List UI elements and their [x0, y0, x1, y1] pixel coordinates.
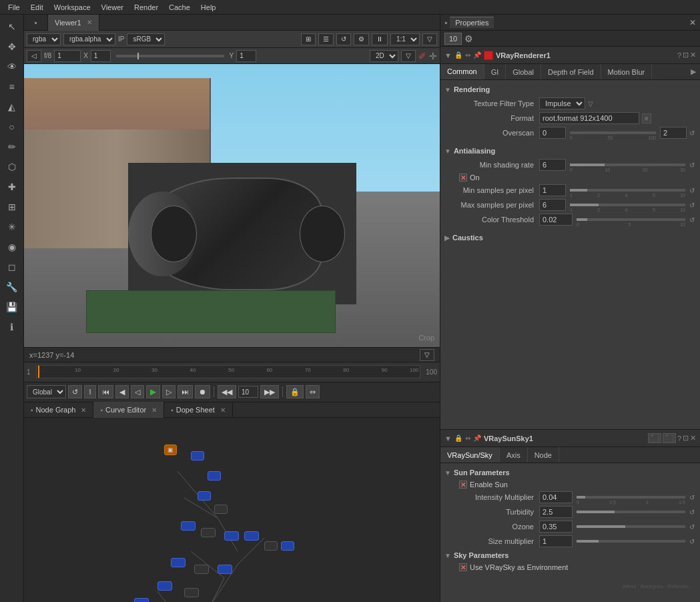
tool-circle[interactable]: ○ [3, 117, 21, 136]
tl-loop[interactable]: ↺ [68, 385, 82, 398]
sunsky-connect-icon[interactable]: ⇔ [465, 434, 470, 442]
sky-params-header[interactable]: ▼ Sky Parameters [443, 549, 697, 562]
vray-connect-icon[interactable]: ⇔ [465, 51, 470, 59]
menu-edit[interactable]: Edit [25, 2, 49, 13]
colorspace-select[interactable]: sRGB [127, 33, 165, 45]
intensity-auto[interactable]: ↺ [689, 494, 695, 501]
tool-asterisk[interactable]: ✳ [3, 218, 21, 236]
node-7[interactable] [201, 528, 216, 537]
tl-step-size[interactable] [238, 386, 258, 398]
node-6[interactable] [181, 521, 196, 531]
tool-plus[interactable]: ✚ [3, 178, 21, 196]
tool-layers[interactable]: ≡ [3, 77, 21, 96]
mode-select[interactable]: 2D [370, 50, 398, 62]
prev-frame-btn[interactable]: ◁ [27, 50, 41, 62]
tl-step-back[interactable]: ◁ [131, 385, 144, 398]
size-num[interactable]: 1 [539, 535, 573, 547]
tab-curve-editor-close[interactable]: ✕ [151, 406, 157, 414]
sun-params-header[interactable]: ▼ Sun Parameters [443, 466, 697, 479]
x-input[interactable] [91, 50, 111, 62]
vray-tab-global[interactable]: Global [506, 64, 541, 79]
vray-lock-icon[interactable]: 🔒 [454, 51, 462, 59]
mode-expand[interactable]: ▽ [401, 50, 416, 62]
node-2[interactable] [191, 451, 204, 461]
overscan-num[interactable]: 0 [539, 127, 566, 139]
viewer-tab-close[interactable]: ✕ [87, 19, 92, 26]
menu-render[interactable]: Render [129, 2, 163, 13]
tool-arrow[interactable]: ↖ [3, 17, 21, 36]
overscan-auto[interactable]: ↺ [689, 129, 695, 137]
sunsky-detach-icon[interactable]: ⊡ [683, 434, 689, 442]
minsamples-auto[interactable]: ↺ [689, 187, 695, 194]
caustics-section-header[interactable]: ▶ Caustics [443, 231, 697, 244]
tl-play[interactable]: ▶ [146, 385, 160, 398]
node-13[interactable] [194, 565, 209, 574]
menu-help[interactable]: Help [196, 2, 222, 13]
sunsky-help-icon[interactable]: ? [677, 434, 681, 442]
vray-pin-icon[interactable]: 📌 [473, 51, 481, 59]
tl-prev-frame[interactable]: ◀ [115, 385, 129, 398]
vray-close-icon[interactable]: ✕ [690, 51, 696, 59]
tl-step-fwd[interactable]: ▶▶ [260, 385, 279, 398]
node-14[interactable] [218, 565, 232, 574]
sunsky-tab-axis[interactable]: Axis [500, 447, 528, 463]
vray-more-tabs[interactable]: ▶ [687, 64, 700, 79]
tl-lock[interactable]: 🔒 [286, 385, 304, 398]
tool-grid[interactable]: ⊞ [3, 198, 21, 216]
settings-btn[interactable]: ⚙ [354, 33, 369, 45]
color-threshold-num[interactable]: 0.02 [539, 214, 573, 226]
menu-cache[interactable]: Cache [163, 2, 196, 13]
zoom-select[interactable]: 1:1 [390, 33, 420, 45]
tool-pen[interactable]: ✏ [3, 137, 21, 156]
node-4[interactable] [198, 491, 211, 501]
y-input[interactable] [236, 50, 256, 62]
channel2-select[interactable]: rgba.alpha [63, 33, 115, 45]
props-panel-icon[interactable]: ▪ [444, 18, 447, 27]
min-samples-num[interactable]: 1 [539, 184, 566, 196]
node-graph-area[interactable]: ▣ [24, 418, 440, 602]
node-9[interactable] [244, 531, 259, 541]
on-checkbox[interactable]: ✕ [459, 174, 467, 182]
tool-move[interactable]: ✥ [3, 37, 21, 56]
node-15[interactable] [157, 581, 172, 591]
format-menu[interactable]: ≡ [642, 113, 651, 123]
turbidity-num[interactable]: 2.5 [539, 506, 573, 518]
crosshair-icon[interactable]: ✛ [429, 51, 437, 61]
vray-tab-common[interactable]: Common [440, 64, 484, 79]
texture-filter-select[interactable]: Impulse [539, 97, 585, 109]
maxsamples-auto[interactable]: ↺ [689, 202, 695, 209]
tool-view[interactable]: 👁 [3, 57, 21, 76]
use-vraysky-checkbox[interactable]: ✕ [459, 563, 467, 571]
tool-save[interactable]: 💾 [3, 298, 21, 316]
refresh-btn[interactable]: ↺ [336, 33, 351, 45]
sunsky-tab-node[interactable]: Node [528, 447, 559, 463]
antialiasing-section-header[interactable]: ▼ Antialiasing [443, 144, 697, 158]
expand-btn[interactable]: ▽ [422, 33, 437, 45]
tl-skip-start[interactable]: ⏮ [98, 385, 113, 398]
menu-file[interactable]: File [3, 2, 25, 13]
tool-eye[interactable]: ◉ [3, 238, 21, 256]
sunsky-collapse-icon[interactable]: ▼ [444, 434, 452, 442]
tl-skip-end[interactable]: ⏭ [178, 385, 193, 398]
tl-play-fwd[interactable]: ▷ [162, 385, 176, 398]
node-1[interactable]: ▣ [164, 444, 177, 455]
frame-input[interactable] [54, 50, 81, 62]
viewer-tab-viewer1[interactable]: Viewer1 ✕ [48, 15, 99, 31]
sunsky-lock-icon[interactable]: 🔒 [454, 434, 462, 442]
sunsky-tab-main[interactable]: VRaySun/Sky [440, 447, 500, 463]
ozone-auto[interactable]: ↺ [689, 523, 695, 531]
tool-wrench[interactable]: 🔧 [3, 278, 21, 296]
vray-detach-icon[interactable]: ⊡ [683, 51, 689, 59]
node-5[interactable] [214, 505, 228, 514]
texture-filter-menu[interactable]: ▽ [588, 100, 593, 107]
sunsky-close-icon[interactable]: ✕ [690, 434, 696, 442]
props-close[interactable]: ✕ [689, 18, 696, 27]
playback-mode-select[interactable]: Global [27, 385, 66, 398]
viewer-tab-icon[interactable]: ▪ [24, 15, 48, 31]
min-shading-num[interactable]: 6 [539, 159, 566, 171]
tab-dope-sheet[interactable]: ▪ Dope Sheet ✕ [164, 402, 233, 418]
fit-btn[interactable]: ⊞ [301, 33, 316, 45]
sunsky-pin-icon[interactable]: 📌 [473, 434, 481, 442]
sunsky-preview-icon[interactable]: ⬛ [648, 433, 661, 443]
max-samples-num[interactable]: 6 [539, 199, 566, 211]
